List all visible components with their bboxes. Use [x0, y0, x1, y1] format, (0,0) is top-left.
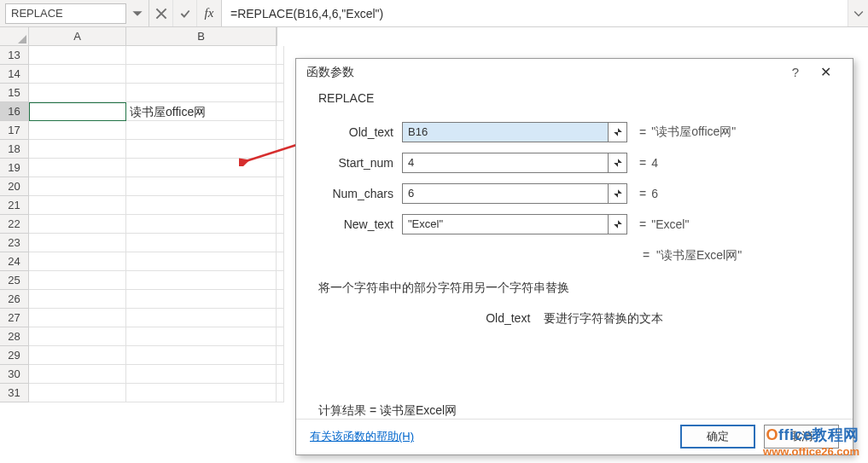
cell[interactable]: [277, 159, 284, 177]
row-header[interactable]: 27: [0, 309, 29, 327]
cell[interactable]: [126, 327, 277, 346]
cell[interactable]: [277, 327, 284, 346]
cell[interactable]: [126, 271, 277, 290]
expand-formula-bar[interactable]: [848, 0, 868, 26]
row-header[interactable]: 28: [0, 327, 29, 346]
row-header[interactable]: 13: [0, 46, 29, 65]
row-header[interactable]: 16: [0, 102, 29, 121]
cell[interactable]: [29, 365, 126, 384]
row-header[interactable]: 22: [0, 215, 29, 234]
cell[interactable]: [126, 215, 277, 234]
range-selector-button[interactable]: [609, 214, 627, 234]
cell[interactable]: [126, 84, 277, 102]
select-all-corner[interactable]: [0, 27, 29, 46]
cell[interactable]: [277, 140, 284, 159]
cell[interactable]: [29, 159, 126, 177]
insert-function-button[interactable]: fx: [197, 0, 221, 26]
cell[interactable]: [277, 384, 284, 402]
param-input-new-text[interactable]: [402, 214, 609, 234]
cell[interactable]: [29, 84, 126, 102]
cell[interactable]: [29, 384, 126, 402]
cell[interactable]: [277, 234, 284, 252]
cell[interactable]: [277, 102, 284, 121]
cell[interactable]: [126, 140, 277, 159]
cell[interactable]: [277, 271, 284, 290]
cell[interactable]: [29, 196, 126, 215]
cell[interactable]: [29, 252, 126, 271]
cell[interactable]: [126, 46, 277, 65]
cell[interactable]: [29, 346, 126, 365]
cell[interactable]: [29, 121, 126, 140]
row-header[interactable]: 17: [0, 121, 29, 140]
range-selector-button[interactable]: [609, 153, 627, 173]
cell[interactable]: [277, 215, 284, 234]
cell[interactable]: [29, 271, 126, 290]
row-header[interactable]: 18: [0, 140, 29, 159]
param-input-num-chars[interactable]: [402, 183, 609, 204]
cell[interactable]: [126, 121, 277, 140]
function-help-link[interactable]: 有关该函数的帮助(H): [310, 429, 672, 444]
col-header-A[interactable]: A: [29, 27, 126, 46]
cell[interactable]: [277, 346, 284, 365]
name-box[interactable]: REPLACE: [5, 3, 126, 24]
cell[interactable]: [29, 327, 126, 346]
enter-formula-button[interactable]: [173, 0, 197, 26]
cell[interactable]: [29, 234, 126, 252]
close-icon[interactable]: ✕: [808, 64, 842, 80]
cell[interactable]: [126, 309, 277, 327]
row-header[interactable]: 29: [0, 346, 29, 365]
cell[interactable]: [277, 290, 284, 309]
row-header[interactable]: 19: [0, 159, 29, 177]
cell[interactable]: [277, 65, 284, 84]
row-header[interactable]: 30: [0, 365, 29, 384]
cell[interactable]: [126, 290, 277, 309]
row-header[interactable]: 24: [0, 252, 29, 271]
row-header[interactable]: 14: [0, 65, 29, 84]
cell[interactable]: [29, 177, 126, 196]
ok-button[interactable]: 确定: [680, 425, 755, 449]
cell[interactable]: [126, 234, 277, 252]
row-header[interactable]: 31: [0, 384, 29, 402]
cell[interactable]: [29, 65, 126, 84]
row-header[interactable]: 21: [0, 196, 29, 215]
cell[interactable]: [126, 346, 277, 365]
formula-bar[interactable]: =REPLACE(B16,4,6,"Excel"): [221, 0, 848, 26]
param-input-old-text[interactable]: [402, 122, 609, 142]
cell[interactable]: [126, 196, 277, 215]
cell[interactable]: [126, 252, 277, 271]
cell[interactable]: [126, 159, 277, 177]
col-header-B[interactable]: B: [126, 27, 277, 46]
range-selector-button[interactable]: [609, 122, 627, 142]
row-header[interactable]: 15: [0, 84, 29, 102]
row-header[interactable]: 26: [0, 290, 29, 309]
cell[interactable]: [29, 215, 126, 234]
cell[interactable]: [126, 177, 277, 196]
cell[interactable]: [29, 46, 126, 65]
row-header[interactable]: 25: [0, 271, 29, 290]
cancel-formula-button[interactable]: [149, 0, 173, 26]
cell[interactable]: [29, 140, 126, 159]
cell[interactable]: [277, 196, 284, 215]
cell[interactable]: [277, 46, 284, 65]
cell[interactable]: [277, 84, 284, 102]
dialog-help-button[interactable]: ?: [783, 65, 808, 79]
cell-A16[interactable]: [29, 102, 126, 121]
dialog-titlebar[interactable]: 函数参数 ? ✕: [296, 59, 853, 86]
range-selector-button[interactable]: [609, 183, 627, 204]
cell-B16[interactable]: 读书屋office网: [126, 102, 277, 121]
cancel-button[interactable]: 取消: [764, 425, 839, 449]
cell[interactable]: [126, 365, 277, 384]
cell[interactable]: [277, 365, 284, 384]
cell[interactable]: [277, 252, 284, 271]
cell[interactable]: [277, 177, 284, 196]
chevron-down-icon[interactable]: [131, 8, 143, 20]
row-header[interactable]: 20: [0, 177, 29, 196]
cell[interactable]: [126, 384, 277, 402]
param-input-start-num[interactable]: [402, 153, 609, 173]
cell[interactable]: [277, 121, 284, 140]
row-header[interactable]: 23: [0, 234, 29, 252]
cell[interactable]: [126, 65, 277, 84]
cell[interactable]: [29, 309, 126, 327]
cell[interactable]: [277, 309, 284, 327]
cell[interactable]: [29, 290, 126, 309]
